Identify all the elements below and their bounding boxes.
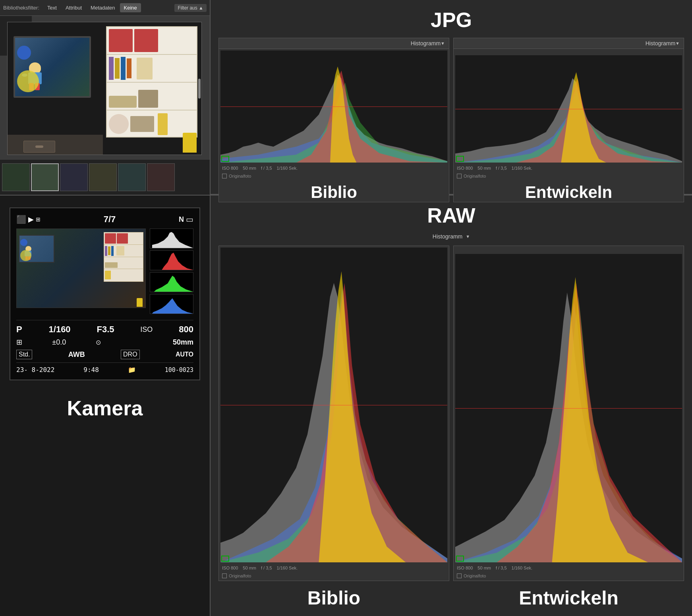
filter-label: Bibliotheksfilter: (3, 5, 39, 11)
raw-biblio-histogram: ISO 800 50 mm f / 3,5 1/160 Sek. Origina… (218, 246, 449, 581)
lcd-folder-icon: 📁 (128, 366, 136, 374)
raw-entwickeln-original-label: Originalfoto (464, 573, 486, 578)
raw-entwickeln-bottom-label: Entwickeln (453, 587, 684, 609)
jpg-entwickeln-hist-canvas (455, 55, 682, 163)
raw-entwickeln-hist-canvas (455, 254, 682, 562)
lcd-photo-area (16, 229, 193, 314)
jpg-biblio-histogram: Histogramm ▼ (218, 38, 449, 202)
jpg-entwickeln-hist-footer: ISO 800 50 mm f / 3,5 1/160 Sek. (454, 164, 684, 172)
raw-entwickeln-original-check[interactable] (457, 573, 462, 578)
lcd-shutter: 1/160 (49, 324, 71, 335)
bottom-labels-row: Biblio Entwickeln (218, 587, 684, 609)
lcd-awb: AWB (68, 351, 85, 359)
filter-off-button[interactable]: Filter aus ▲ (174, 4, 207, 12)
lcd-counter: 7/7 (104, 214, 116, 225)
jpg-section: JPG Histogramm ▼ (211, 0, 692, 194)
lcd-dro: DRO (121, 350, 140, 359)
raw-entwickeln-aperture: f / 3,5 (496, 566, 507, 570)
lcd-icons-right: N ▭ (179, 215, 193, 224)
lcd-hist-red (150, 250, 193, 270)
raw-entwickeln-meta: ISO 800 50 mm f / 3,5 1/160 Sek. (457, 566, 532, 570)
room-photo (8, 22, 201, 155)
raw-hist-dropdown[interactable]: ▼ (466, 234, 470, 239)
camera-lcd: ⬛ ▶ ⊞ 7/7 N ▭ (10, 207, 200, 380)
filmstrip (0, 160, 210, 195)
raw-section: RAW Histogramm ▼ (211, 196, 692, 616)
raw-hist-header-area: Histogramm ▼ (218, 233, 684, 240)
raw-biblio-focal: 50 mm (243, 566, 256, 570)
lcd-iso-value: 800 (179, 324, 193, 335)
raw-biblio-hist-canvas (220, 248, 447, 562)
jpg-biblio-hist-footer: ISO 800 50 mm f / 3,5 1/160 Sek. (219, 164, 449, 172)
raw-biblio-meta: ISO 800 50 mm f / 3,5 1/160 Sek. (222, 566, 298, 570)
jpg-entwickeln-hist-title: Histogramm (646, 40, 675, 46)
jpg-biblio-meta: ISO 800 50 mm f / 3,5 1/160 Sek. (222, 166, 298, 170)
lcd-aperture: F3.5 (97, 324, 114, 335)
filmstrip-thumb-1[interactable] (2, 163, 30, 191)
raw-entwickeln-focal: 50 mm (477, 566, 491, 570)
filmstrip-thumb-4[interactable] (89, 163, 117, 191)
filmstrip-thumb-5[interactable] (118, 163, 146, 191)
lcd-ev-icon: ⊞ (16, 338, 22, 347)
camera-lcd-panel: ⬛ ▶ ⊞ 7/7 N ▭ (0, 196, 211, 616)
lcd-icons-left: ⬛ ▶ ⊞ (16, 215, 41, 224)
jpg-histogram-row: Histogramm ▼ (218, 38, 684, 202)
filter-tab-metadaten[interactable]: Metadaten (87, 3, 119, 12)
lcd-settings: P 1/160 F3.5 ISO 800 ⊞ ±0.0 ⊙ 50mm Std. … (16, 320, 193, 374)
jpg-biblio-original-label: Originalfoto (229, 174, 251, 178)
raw-entwickeln-shutter: 1/160 Sek. (512, 566, 533, 570)
library-panel: Bibliotheksfilter: Text Attribut Metadat… (0, 0, 211, 195)
raw-hist-label: Histogramm (433, 233, 462, 240)
filmstrip-thumb-2[interactable] (31, 163, 59, 191)
lcd-nfc-icon: N (179, 215, 184, 224)
raw-entwickeln-hist-footer: ISO 800 50 mm f / 3,5 1/160 Sek. (454, 564, 684, 572)
filter-tab-keine[interactable]: Keine (120, 3, 141, 12)
photo-scroll[interactable] (198, 79, 201, 99)
lcd-std: Std. (16, 350, 32, 359)
filter-tab-text[interactable]: Text (43, 3, 61, 12)
raw-biblio-green-rect (221, 556, 229, 562)
jpg-biblio-original-check[interactable] (222, 174, 227, 178)
lcd-camera-icon: ⬛ (16, 215, 26, 224)
jpg-entwickeln-shutter: 1/160 Sek. (512, 166, 533, 170)
filmstrip-thumb-6[interactable] (147, 163, 175, 191)
lcd-iso-label: ISO (140, 325, 153, 334)
lcd-time: 9:48 (83, 366, 99, 374)
jpg-entwickeln-aperture: f / 3,5 (496, 166, 507, 170)
jpg-entwickeln-iso: ISO 800 (457, 166, 473, 170)
filmstrip-thumb-3[interactable] (60, 163, 88, 191)
lcd-hist-blue (150, 294, 193, 314)
jpg-entwickeln-hist-dropdown[interactable]: ▼ (675, 41, 680, 46)
lcd-focal: 50mm (173, 338, 193, 347)
lcd-mode-icon: ⊞ (36, 216, 41, 223)
raw-entwickeln-green-rect (456, 556, 464, 562)
lcd-main-photo (16, 229, 146, 308)
lcd-dro-value: AUTO (176, 351, 193, 358)
jpg-entwickeln-histogram: Histogramm ▼ (453, 38, 684, 202)
camera-label: Kamera (67, 396, 143, 420)
raw-biblio-original-check[interactable] (222, 573, 227, 578)
jpg-entwickeln-original-check[interactable] (457, 174, 462, 178)
raw-biblio-aperture: f / 3,5 (261, 566, 272, 570)
jpg-biblio-hist-dropdown[interactable]: ▼ (441, 41, 445, 46)
lcd-ev: ±0.0 (52, 338, 66, 347)
jpg-biblio-iso: ISO 800 (222, 166, 238, 170)
lcd-folder: 100-0023 (165, 366, 193, 374)
jpg-entwickeln-original-label: Originalfoto (464, 174, 486, 178)
jpg-title: JPG (218, 8, 684, 32)
jpg-biblio-shutter: 1/160 Sek. (277, 166, 298, 170)
jpg-entwickeln-focal: 50 mm (477, 166, 491, 170)
jpg-entwickeln-green-rect (456, 156, 464, 162)
raw-title: RAW (218, 203, 684, 227)
raw-entwickeln-iso: ISO 800 (457, 566, 473, 570)
lcd-video-icon: ▶ (28, 215, 34, 224)
jpg-biblio-green-rect (221, 156, 229, 162)
jpg-biblio-hist-canvas (220, 50, 447, 163)
raw-histogram-row: ISO 800 50 mm f / 3,5 1/160 Sek. Origina… (218, 246, 684, 581)
jpg-biblio-focal: 50 mm (243, 166, 256, 170)
jpg-biblio-hist-header: Histogramm ▼ (219, 38, 449, 49)
lcd-histograms (150, 229, 193, 314)
lcd-hist-green (150, 272, 193, 292)
jpg-entwickeln-label: Entwickeln (454, 183, 684, 202)
filter-tab-attribut[interactable]: Attribut (62, 3, 86, 12)
